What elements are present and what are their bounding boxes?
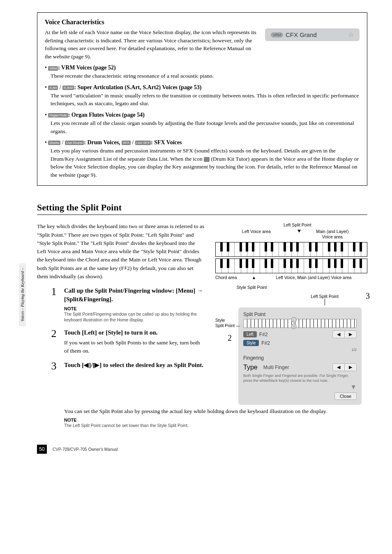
- dia-chord: Chord area: [215, 275, 252, 280]
- sp-keyboard[interactable]: LS: [243, 319, 357, 328]
- note-label: NOTE: [64, 306, 205, 311]
- dia-style-sp: Style Split Point: [237, 285, 367, 290]
- livedrums-chip-icon: Live Drums: [65, 141, 84, 145]
- organ-chip-icon: Organ Flute: [48, 113, 68, 118]
- splitpoint-ui: Left Split Point StyleSplit Point — Spli…: [215, 294, 367, 404]
- sp-desc: Both Single Finger and Fingered are poss…: [243, 374, 357, 383]
- dia-main-voice: Main (and Layer)Voice area: [297, 229, 367, 240]
- drum-kit-tutor-icon: [204, 157, 210, 162]
- side-tab: Voices – Playing the Keyboard –: [19, 263, 26, 326]
- section-body: The key which divides the keyboard into …: [37, 222, 205, 281]
- step-num-3: 3: [49, 361, 58, 372]
- sp-style-marker-icon: S: [291, 323, 297, 329]
- section-heading: Setting the Split Point: [37, 202, 367, 215]
- step-num-2: 2: [49, 328, 58, 355]
- step-1-title: Call up the Split Point/Fingering window…: [64, 286, 205, 304]
- bullet-drums-desc: Lets you play various drums and percussi…: [51, 147, 360, 179]
- sp-lsp-label: Left Split Point: [311, 294, 339, 299]
- sart-chip-icon: S.Art: [48, 85, 58, 90]
- dia-left-voice: Left Voice area: [215, 229, 297, 240]
- step-3-text: You can set the Split Point also by pres…: [64, 407, 367, 416]
- vrm-chip-icon: VRM: [48, 66, 58, 71]
- sp-next-button[interactable]: ▶: [345, 331, 356, 338]
- arrow-down-icon: [297, 230, 301, 233]
- bullet-sart-head: : Super Articulation (S.Art, S.Art2) Voi…: [74, 84, 201, 90]
- arrow-up-icon: ▲: [252, 275, 256, 280]
- sp-type-next-button[interactable]: ▶: [345, 364, 356, 371]
- dia-left-sp: Left Split Point: [284, 222, 311, 227]
- step-2-text: If you want to set both Split Points to …: [64, 339, 205, 355]
- sp-panel-title: Split Point: [243, 312, 357, 317]
- bullet-joiner: /: [60, 139, 65, 145]
- sfx-chip-icon: SFX: [122, 141, 131, 145]
- sp-type-value: Multi Finger: [263, 365, 289, 370]
- sp-more-icon[interactable]: ▼: [243, 383, 357, 391]
- sp-page-indicator: 1/2: [243, 348, 357, 352]
- sp-style-label: StyleSplit Point —: [215, 318, 240, 328]
- step-num-1: 1: [49, 286, 58, 323]
- callout-2: 2: [228, 333, 232, 343]
- dia-keyboard-2: [215, 259, 367, 273]
- sp-type-prev-button[interactable]: ◀: [333, 364, 345, 371]
- sp-left-button[interactable]: Left: [243, 331, 257, 337]
- sp-nav: ◀ ▶: [332, 330, 357, 338]
- callout-3: 3: [366, 291, 370, 301]
- sp-close-button[interactable]: Close: [334, 392, 357, 400]
- bullet-vrm: • VRM: VRM Voices (page 52): [45, 65, 360, 71]
- drums-chip-icon: Drums: [48, 141, 60, 145]
- voice-badge: VRM CFX Grand ☆: [265, 28, 360, 41]
- bullet-organ: • Organ Flute: Organ Flutes Voices (page…: [45, 112, 360, 118]
- box-intro: At the left side of each Voice name on t…: [45, 28, 258, 60]
- sp-prev-button[interactable]: ◀: [333, 331, 345, 338]
- bullet-sart: • S.Art / S.Art2: Super Articulation (S.…: [45, 84, 360, 91]
- bullet-sfx-head: : SFX Voices: [151, 139, 182, 145]
- voice-badge-text: CFX Grand: [286, 31, 317, 38]
- sp-style-value: F#2: [261, 340, 270, 346]
- bullet-joiner: /: [131, 139, 135, 145]
- step-2-title: Touch [Left] or [Style] to turn it on.: [64, 328, 205, 337]
- sp-left-marker-icon: L: [291, 317, 297, 323]
- favorite-star-icon: ☆: [348, 31, 354, 39]
- sp-left-value: F#2: [259, 332, 268, 337]
- sp-type-label: Type: [243, 364, 258, 371]
- sp-fingering-header: Fingering: [243, 355, 357, 361]
- step-3-note: The Left Split Point cannot be set lower…: [64, 422, 367, 428]
- sp-type-nav: ◀ ▶: [332, 363, 357, 371]
- livesfx-chip-icon: Live SFX: [135, 141, 151, 145]
- step-1-note: The Split Point/Fingering window can be …: [64, 311, 205, 323]
- bullet-joiner: /: [58, 84, 62, 90]
- step-3-title: Touch [◀]/[▶] to select the desired key …: [64, 361, 205, 369]
- vrm-icon: VRM: [271, 32, 283, 37]
- dia-lv-main: Left Voice, Main (and Layer) Voice area: [252, 275, 367, 280]
- box-heading: Voice Characteristics: [45, 18, 360, 26]
- step-3: 3 Touch [◀]/[▶] to select the desired ke…: [49, 361, 205, 372]
- manual-ref: CVP-709/CVP-705 Owner's Manual: [53, 447, 118, 452]
- sp-panel: Split Point LS Left F#2 ◀ ▶ Style F#2: [238, 307, 362, 404]
- bullet-organ-head: : Organ Flutes Voices (page 54): [68, 112, 145, 118]
- sart2-chip-icon: S.Art2: [62, 85, 74, 90]
- keyboard-diagram: Left Split Point Left Voice area Main (a…: [215, 222, 367, 290]
- bullet-vrm-desc: These recreate the characteristic string…: [51, 72, 360, 80]
- bullet-organ-desc: Lets you recreate all of the classic org…: [51, 119, 360, 135]
- dia-keyboard-1: [215, 242, 367, 257]
- step-2: 2 Touch [Left] or [Style] to turn it on.…: [49, 328, 205, 355]
- sp-style-button[interactable]: Style: [243, 340, 259, 346]
- voice-characteristics-box: Voice Characteristics At the left side o…: [37, 12, 367, 186]
- bullet-sart-desc: The word "articulation" in music usually…: [51, 92, 360, 108]
- bullet-vrm-head: : VRM Voices (page 52): [58, 65, 116, 71]
- page-footer: 50 CVP-709/CVP-705 Owner's Manual: [37, 445, 367, 454]
- bullet-drums-head: : Drum Voices,: [84, 139, 122, 145]
- step-1: 1 Call up the Split Point/Fingering wind…: [49, 286, 205, 323]
- note-label: NOTE: [64, 418, 367, 422]
- page-number: 50: [37, 445, 47, 454]
- bullet-drums: • Drums / Live Drums: Drum Voices, SFX /…: [45, 139, 360, 146]
